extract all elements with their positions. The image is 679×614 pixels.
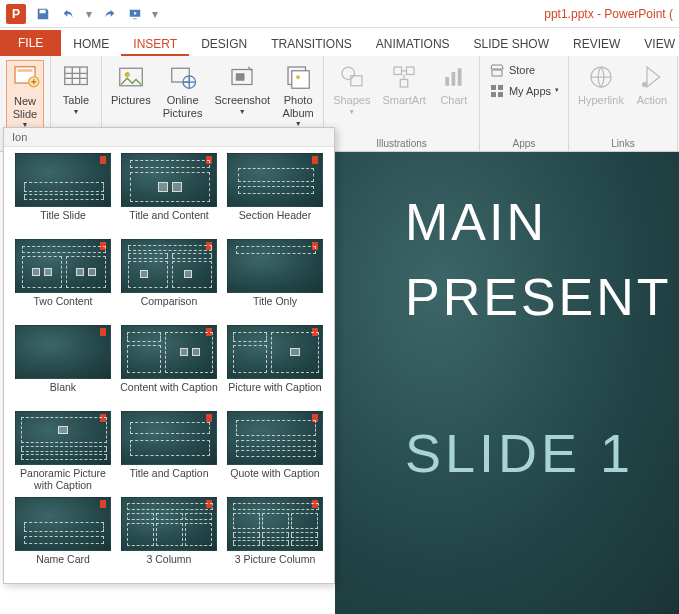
- table-button[interactable]: Table ▼: [57, 60, 95, 118]
- pictures-icon: [116, 62, 146, 92]
- smartart-label: SmartArt: [382, 94, 425, 107]
- tab-insert[interactable]: INSERT: [121, 31, 189, 56]
- my-apps-button[interactable]: My Apps ▾: [486, 81, 562, 101]
- tab-slideshow[interactable]: SLIDE SHOW: [462, 31, 561, 56]
- tab-animations[interactable]: ANIMATIONS: [364, 31, 462, 56]
- smartart-button[interactable]: SmartArt: [379, 60, 428, 109]
- svg-point-5: [125, 72, 130, 77]
- chart-button[interactable]: Chart: [435, 60, 473, 109]
- layout-title-and-content[interactable]: Title and Content: [118, 153, 220, 235]
- new-slide-label: New Slide: [13, 95, 37, 120]
- layout-blank[interactable]: Blank: [12, 325, 114, 407]
- pictures-button[interactable]: Pictures: [108, 60, 154, 109]
- svg-rect-23: [491, 92, 496, 97]
- table-icon: [61, 62, 91, 92]
- new-slide-button[interactable]: New Slide ▼: [6, 60, 44, 132]
- layout-label: Quote with Caption: [230, 467, 319, 493]
- svg-rect-18: [445, 77, 449, 86]
- online-pictures-label: Online Pictures: [163, 94, 203, 119]
- group-links: Hyperlink Action Links: [569, 56, 678, 151]
- shapes-button[interactable]: Shapes ▼: [330, 60, 373, 118]
- action-label: Action: [637, 94, 668, 107]
- group-illustrations: Shapes ▼ SmartArt Chart Illustrations: [324, 56, 480, 151]
- window-title: ppt1.pptx - PowerPoint (: [160, 7, 679, 21]
- svg-rect-17: [400, 80, 408, 88]
- layout-3-column[interactable]: 3 Column: [118, 497, 220, 579]
- tab-file[interactable]: FILE: [0, 30, 61, 56]
- tab-review[interactable]: REVIEW: [561, 31, 632, 56]
- layout-picture-with-caption[interactable]: Picture with Caption: [224, 325, 326, 407]
- layout-content-with-caption[interactable]: Content with Caption: [118, 325, 220, 407]
- shapes-icon: [337, 62, 367, 92]
- layout-label: Title Slide: [40, 209, 86, 235]
- group-apps: Store My Apps ▾ Apps: [480, 56, 569, 151]
- smartart-icon: [389, 62, 419, 92]
- svg-rect-19: [451, 72, 455, 86]
- chevron-down-icon: ▼: [73, 108, 80, 116]
- layout-title-and-caption[interactable]: Title and Caption: [118, 411, 220, 493]
- layout-3-picture-column[interactable]: 3 Picture Column: [224, 497, 326, 579]
- svg-rect-15: [394, 67, 402, 75]
- svg-rect-6: [171, 68, 189, 82]
- group-apps-label: Apps: [513, 136, 536, 149]
- layout-label: Comparison: [141, 295, 198, 321]
- svg-point-13: [342, 67, 355, 80]
- app-icon: P: [6, 4, 26, 24]
- group-links-label: Links: [611, 136, 634, 149]
- photo-album-label: Photo Album: [283, 94, 314, 119]
- screenshot-label: Screenshot: [215, 94, 271, 107]
- pictures-label: Pictures: [111, 94, 151, 107]
- store-label: Store: [509, 64, 535, 77]
- layout-label: Section Header: [239, 209, 311, 235]
- quick-access-toolbar: ▾ ▾: [32, 3, 160, 25]
- tab-design[interactable]: DESIGN: [189, 31, 259, 56]
- svg-rect-11: [292, 71, 310, 89]
- undo-dropdown-icon[interactable]: ▾: [84, 3, 94, 25]
- layout-label: Title and Caption: [130, 467, 209, 493]
- slideshow-icon[interactable]: [124, 3, 146, 25]
- title-bar: P ▾ ▾ ppt1.pptx - PowerPoint (: [0, 0, 679, 28]
- photo-album-icon: [283, 62, 313, 92]
- dropdown-theme-header: Ion: [4, 128, 334, 147]
- layout-name-card[interactable]: Name Card: [12, 497, 114, 579]
- shapes-label: Shapes: [333, 94, 370, 107]
- layout-two-content[interactable]: Two Content: [12, 239, 114, 321]
- layout-panoramic-picture[interactable]: Panoramic Picture with Caption: [12, 411, 114, 493]
- layout-label: Title Only: [253, 295, 297, 321]
- layout-title-only[interactable]: Title Only: [224, 239, 326, 321]
- redo-icon[interactable]: [98, 3, 120, 25]
- screenshot-button[interactable]: Screenshot ▼: [212, 60, 274, 118]
- layout-label: Name Card: [36, 553, 90, 579]
- layout-comparison[interactable]: Comparison: [118, 239, 220, 321]
- save-icon[interactable]: [32, 3, 54, 25]
- layout-label: Title and Content: [129, 209, 209, 235]
- hyperlink-label: Hyperlink: [578, 94, 624, 107]
- layout-label: Two Content: [34, 295, 93, 321]
- group-illustrations-label: Illustrations: [376, 136, 427, 149]
- layout-title-slide[interactable]: Title Slide: [12, 153, 114, 235]
- layout-quote-with-caption[interactable]: Quote with Caption: [224, 411, 326, 493]
- slide-canvas[interactable]: MAIN PRESENT SLIDE 1: [335, 152, 679, 614]
- svg-rect-9: [236, 73, 245, 81]
- tab-home[interactable]: HOME: [61, 31, 121, 56]
- hyperlink-button[interactable]: Hyperlink: [575, 60, 627, 109]
- tab-view[interactable]: VIEW: [632, 31, 679, 56]
- store-button[interactable]: Store: [486, 60, 538, 80]
- svg-point-26: [642, 82, 647, 87]
- undo-icon[interactable]: [58, 3, 80, 25]
- action-button[interactable]: Action: [633, 60, 671, 109]
- chevron-down-icon: ▼: [348, 108, 355, 116]
- chart-icon: [439, 62, 469, 92]
- photo-album-button[interactable]: Photo Album ▼: [279, 60, 317, 130]
- online-pictures-button[interactable]: Online Pictures: [160, 60, 206, 121]
- online-pictures-icon: [168, 62, 198, 92]
- svg-rect-24: [498, 92, 503, 97]
- chart-label: Chart: [440, 94, 467, 107]
- layout-section-header[interactable]: Section Header: [224, 153, 326, 235]
- layout-label: Content with Caption: [120, 381, 217, 407]
- tab-transitions[interactable]: TRANSITIONS: [259, 31, 364, 56]
- svg-rect-3: [65, 67, 88, 85]
- qat-customize-icon[interactable]: ▾: [150, 3, 160, 25]
- table-label: Table: [63, 94, 89, 107]
- screenshot-icon: [227, 62, 257, 92]
